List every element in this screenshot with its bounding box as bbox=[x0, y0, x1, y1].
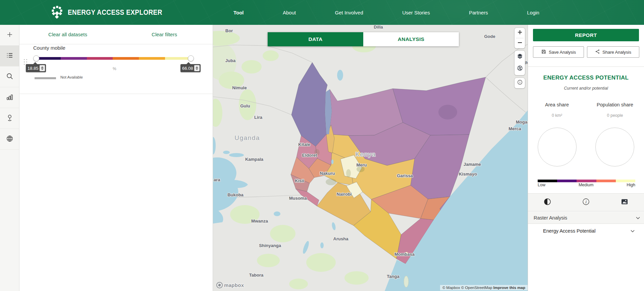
search-icon bbox=[6, 72, 14, 82]
analysis-section-title: ENERGY ACCESS POTENTIAL bbox=[528, 75, 644, 81]
plus-icon bbox=[517, 30, 523, 36]
mombasa-city-dot bbox=[405, 252, 408, 255]
nav-partners[interactable]: Partners bbox=[469, 10, 488, 15]
dataset-title: County mobile bbox=[33, 45, 65, 51]
min-value: 18.85 bbox=[28, 66, 39, 71]
add-dataset-button[interactable] bbox=[0, 25, 19, 46]
share-labels-row: Area share Population share bbox=[528, 102, 644, 107]
locations-button[interactable] bbox=[0, 108, 19, 129]
area-share-label: Area share bbox=[528, 102, 586, 107]
save-analysis-label: Save Analysis bbox=[549, 50, 576, 55]
nav-user-stories[interactable]: User Stories bbox=[402, 10, 430, 15]
clear-all-datasets-link[interactable]: Clear all datasets bbox=[19, 32, 116, 37]
list-icon bbox=[6, 51, 14, 61]
plus-icon bbox=[6, 31, 14, 40]
datasets-list-button[interactable] bbox=[0, 46, 19, 66]
energy-access-potential-section[interactable]: Energy Access Potential bbox=[528, 224, 644, 238]
clear-filters-link[interactable]: Clear filters bbox=[116, 32, 213, 37]
analysis-legend-labels: Low Medium High bbox=[538, 183, 635, 187]
minus-icon bbox=[517, 40, 523, 47]
map-info-button[interactable] bbox=[515, 78, 525, 88]
tab-data[interactable]: DATA bbox=[268, 32, 363, 46]
info-icon bbox=[517, 79, 523, 87]
max-spinner[interactable] bbox=[194, 65, 200, 71]
left-toolbar bbox=[0, 25, 19, 291]
info-circle-icon: i bbox=[582, 198, 590, 207]
mapbox-logo[interactable]: mapbox bbox=[216, 282, 244, 288]
sphere-icon bbox=[517, 65, 523, 73]
population-share-value: 0 people bbox=[586, 113, 644, 118]
app-logo[interactable]: ENERGY ACCESS EXPLORER bbox=[50, 4, 178, 21]
image-icon bbox=[621, 198, 629, 207]
area-share-donut bbox=[538, 128, 577, 166]
mapbox-wordmark: mapbox bbox=[224, 282, 244, 288]
not-available-label: Not Available bbox=[60, 75, 83, 79]
bar-chart-icon bbox=[6, 93, 14, 102]
analysis-info-button[interactable]: i bbox=[579, 196, 593, 209]
basemap-svg bbox=[213, 25, 528, 291]
min-spinner[interactable] bbox=[40, 65, 45, 71]
logo-pin-icon bbox=[50, 4, 64, 21]
report-button[interactable]: REPORT bbox=[533, 29, 639, 41]
min-value-input[interactable]: 18.85 bbox=[26, 64, 46, 72]
unit-label: % bbox=[113, 66, 116, 71]
map-info-control bbox=[515, 78, 525, 88]
legend-medium-label: Medium bbox=[579, 183, 593, 187]
zoom-controls bbox=[515, 28, 525, 48]
zoom-out-button[interactable] bbox=[515, 38, 525, 48]
statistics-button[interactable] bbox=[0, 87, 19, 108]
population-share-donut bbox=[595, 128, 634, 166]
mapbox-icon bbox=[216, 282, 223, 288]
search-button[interactable] bbox=[0, 66, 19, 87]
pemba-island bbox=[404, 276, 409, 287]
max-value: 66.08 bbox=[182, 66, 193, 71]
slider-handle-min[interactable] bbox=[33, 55, 39, 61]
nav-login[interactable]: Login bbox=[527, 10, 539, 15]
share-values-row: 0 km² 0 people bbox=[528, 113, 644, 118]
slider-handle-max[interactable] bbox=[188, 55, 194, 61]
share-analysis-label: Share Analysis bbox=[602, 50, 631, 55]
zoom-in-button[interactable] bbox=[515, 28, 525, 38]
snapshot-button[interactable] bbox=[618, 196, 631, 209]
analysis-panel: REPORT Save Analysis Share Analysis ENER… bbox=[528, 25, 644, 291]
globe-icon bbox=[6, 135, 14, 144]
analysis-subtitle: Current and/or potential bbox=[528, 86, 644, 91]
chevron-down-icon bbox=[631, 228, 635, 234]
osm-attribution-link[interactable]: © OpenStreetMap bbox=[461, 286, 492, 290]
max-value-input[interactable]: 66.08 bbox=[180, 64, 201, 72]
contrast-button[interactable] bbox=[541, 196, 554, 209]
tab-analysis[interactable]: ANALYSIS bbox=[363, 32, 459, 46]
pin-icon bbox=[6, 114, 14, 123]
mapbox-attribution-link[interactable]: © Mapbox bbox=[442, 286, 460, 290]
improve-map-link[interactable]: Improve this map bbox=[493, 286, 525, 290]
dataset-card: County mobile 18.85 % 66.08 Not Availabl… bbox=[19, 44, 213, 94]
nav-about[interactable]: About bbox=[283, 10, 296, 15]
svg-text:i: i bbox=[586, 200, 587, 204]
share-icon bbox=[595, 49, 600, 55]
controls-panel: Clear all datasets Clear filters County … bbox=[19, 25, 213, 291]
raster-analysis-section[interactable]: Raster Analysis bbox=[528, 212, 644, 224]
view-tabs: DATA ANALYSIS bbox=[268, 32, 459, 46]
main-nav: Tool About Get Involved User Stories Par… bbox=[233, 10, 539, 15]
population-share-label: Population share bbox=[586, 102, 644, 107]
not-available-swatch bbox=[35, 77, 56, 79]
area-share-value: 0 km² bbox=[528, 113, 586, 118]
app-title: ENERGY ACCESS EXPLORER bbox=[68, 8, 162, 17]
panel-links-bar: Clear all datasets Clear filters bbox=[19, 25, 213, 44]
nav-get-involved[interactable]: Get Involved bbox=[335, 10, 363, 15]
map-canvas[interactable]: BorDillaGodeJubaBeledweNimuleGuluLiraUga… bbox=[213, 25, 528, 291]
analysis-legend-gradient bbox=[538, 180, 635, 182]
layer-controls bbox=[515, 51, 525, 75]
basemap-style-button[interactable] bbox=[515, 63, 525, 75]
basemap-button[interactable] bbox=[0, 129, 19, 150]
layers-button[interactable] bbox=[515, 51, 525, 63]
energy-access-explorer-app: ENERGY ACCESS EXPLORER Tool About Get In… bbox=[0, 0, 644, 291]
divider bbox=[528, 66, 644, 67]
contrast-icon bbox=[543, 198, 551, 207]
layers-icon bbox=[517, 53, 523, 61]
range-slider-track[interactable] bbox=[35, 57, 191, 60]
share-analysis-button[interactable]: Share Analysis bbox=[587, 46, 639, 58]
nav-tool[interactable]: Tool bbox=[233, 10, 244, 15]
legend-low-label: Low bbox=[538, 183, 545, 187]
save-analysis-button[interactable]: Save Analysis bbox=[533, 46, 584, 58]
